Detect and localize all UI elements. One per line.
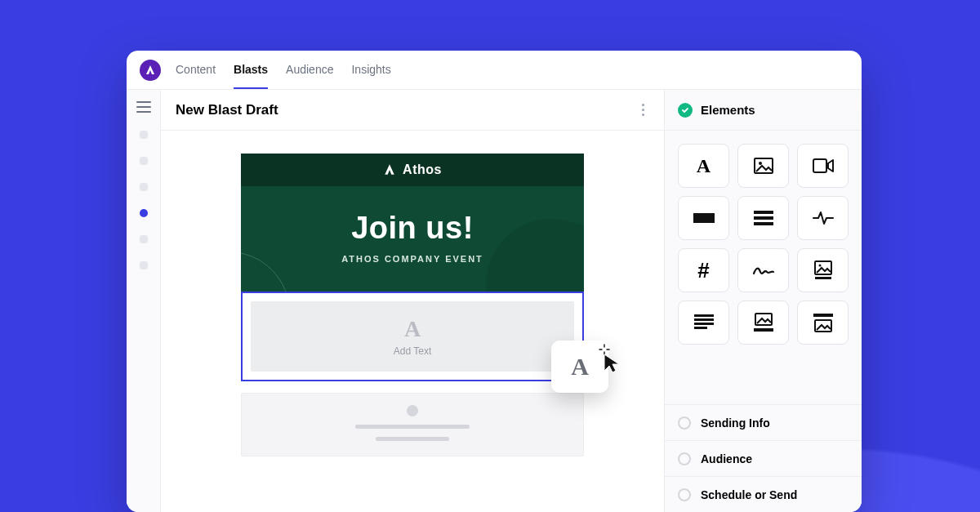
right-panel: Elements A # <box>664 90 862 512</box>
list-element-tile[interactable] <box>737 196 789 240</box>
svg-rect-13 <box>694 327 707 329</box>
more-menu-icon[interactable] <box>637 99 649 121</box>
gallery-element-tile[interactable] <box>797 248 849 292</box>
text-element-tile[interactable]: A <box>678 144 729 188</box>
button-element-tile[interactable] <box>678 196 729 240</box>
check-circle-icon <box>678 103 693 118</box>
tab-blasts[interactable]: Blasts <box>234 51 268 89</box>
rail-step-2[interactable] <box>140 157 148 165</box>
radio-unchecked-icon <box>678 416 691 430</box>
menu-icon[interactable] <box>136 101 151 113</box>
signature-element-tile[interactable] <box>737 248 789 292</box>
svg-rect-15 <box>754 328 773 332</box>
image-caption-top-element-tile[interactable] <box>797 301 849 345</box>
text-icon: A <box>404 316 421 342</box>
brand-name: Athos <box>403 163 442 177</box>
placeholder-avatar <box>407 405 418 416</box>
cursor-icon <box>602 353 623 374</box>
panel-section-schedule[interactable]: Schedule or Send <box>665 476 862 512</box>
elements-grid: A # <box>665 131 862 358</box>
panel-section-label: Audience <box>701 452 752 465</box>
image-element-tile[interactable] <box>737 144 789 188</box>
panel-section-label: Schedule or Send <box>701 488 797 501</box>
svg-rect-6 <box>754 222 773 225</box>
image-caption-top-icon <box>813 313 834 332</box>
tab-content[interactable]: Content <box>176 51 216 89</box>
placeholder-line <box>355 425 470 429</box>
activity-element-tile[interactable] <box>797 196 849 240</box>
left-rail <box>127 90 161 512</box>
svg-rect-9 <box>815 277 831 279</box>
rail-step-3[interactable] <box>140 183 148 191</box>
radio-unchecked-icon <box>678 488 691 501</box>
dragging-element-preview: A <box>551 341 608 393</box>
tab-insights[interactable]: Insights <box>351 51 390 89</box>
svg-rect-2 <box>813 159 826 172</box>
nav-tabs: Content Blasts Audience Insights <box>176 51 391 89</box>
svg-rect-3 <box>693 213 715 223</box>
rail-step-6[interactable] <box>140 261 148 269</box>
text-icon: A <box>697 155 710 177</box>
panel-section-audience[interactable]: Audience <box>665 440 862 476</box>
tab-audience[interactable]: Audience <box>286 51 333 89</box>
hash-icon: # <box>697 258 709 283</box>
image-caption-bottom-element-tile[interactable] <box>737 301 789 345</box>
svg-rect-4 <box>754 211 773 214</box>
video-element-tile[interactable] <box>797 144 849 188</box>
hashtag-element-tile[interactable]: # <box>678 248 729 292</box>
text-icon: A <box>571 353 589 381</box>
top-bar: Content Blasts Audience Insights <box>127 51 862 90</box>
hero-block[interactable]: Athos Join us! ATHOS COMPANY EVENT <box>241 154 584 292</box>
panel-section-elements[interactable]: Elements <box>665 90 862 131</box>
radio-unchecked-icon <box>678 452 691 465</box>
paragraph-icon <box>694 314 714 331</box>
rail-step-5[interactable] <box>140 235 148 243</box>
panel-section-sending-info[interactable]: Sending Info <box>665 404 862 440</box>
button-icon <box>693 213 715 223</box>
svg-rect-5 <box>754 216 773 220</box>
signature-icon <box>752 264 775 277</box>
app-logo[interactable] <box>140 60 161 81</box>
svg-point-8 <box>818 265 821 267</box>
svg-point-1 <box>759 162 762 165</box>
drop-slot-label: Add Text <box>394 345 431 357</box>
panel-section-label: Elements <box>701 103 755 117</box>
drop-target-slot[interactable]: A Add Text <box>241 292 584 381</box>
svg-rect-10 <box>694 314 714 317</box>
email-canvas[interactable]: Athos Join us! ATHOS COMPANY EVENT <box>241 154 584 512</box>
svg-rect-16 <box>813 314 833 317</box>
rail-step-1[interactable] <box>140 131 148 139</box>
placeholder-block[interactable] <box>241 393 584 456</box>
panel-section-label: Sending Info <box>701 416 770 430</box>
editor-pane: New Blast Draft Athos <box>161 90 664 512</box>
list-icon <box>754 211 773 225</box>
rail-step-4-active[interactable] <box>140 209 148 217</box>
image-icon <box>754 158 773 174</box>
gallery-icon <box>813 260 834 280</box>
activity-icon <box>813 211 834 225</box>
page-title: New Blast Draft <box>176 102 278 118</box>
paragraph-element-tile[interactable] <box>678 301 729 345</box>
brand-mark-icon <box>383 163 396 176</box>
svg-rect-12 <box>694 323 714 325</box>
app-window: Content Blasts Audience Insights New Bla… <box>127 51 862 512</box>
placeholder-line <box>376 437 449 441</box>
video-icon <box>813 158 834 173</box>
image-caption-bottom-icon <box>753 313 774 332</box>
svg-rect-11 <box>694 318 714 321</box>
